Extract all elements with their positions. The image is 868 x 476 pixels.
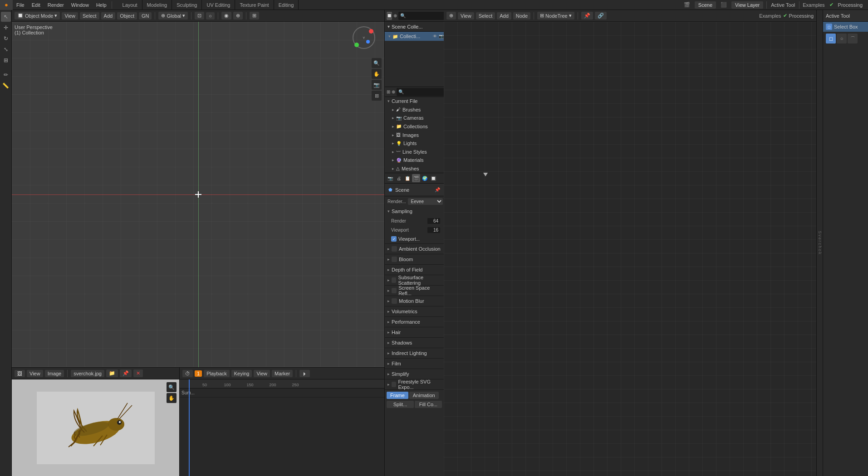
timeline-icon[interactable]: ⏱ [182, 370, 193, 377]
timeline-content[interactable]: 50 100 150 200 250 Sum... [180, 379, 384, 476]
xray-toggle[interactable]: ⊞ [250, 12, 259, 19]
node-editor-icon[interactable]: ⊕ [446, 12, 456, 19]
node-view-menu[interactable]: View [458, 12, 474, 19]
section-current-file[interactable]: ▾ Current File [385, 97, 444, 106]
shadows-header[interactable]: ▸ Shadows [385, 338, 444, 348]
scene-pin-icon[interactable]: 📌 [435, 187, 440, 192]
image-close-btn[interactable]: ✕ [133, 369, 143, 377]
tab-sculpting[interactable]: Sculpting [172, 0, 202, 10]
mb-header[interactable]: ▸ Motion Blur [385, 296, 444, 306]
add-menu[interactable]: Add [101, 12, 116, 19]
ao-header[interactable]: ▸ Ambient Occlusion [385, 244, 444, 254]
tab-editing[interactable]: Editing [274, 0, 299, 10]
object-icon-prop[interactable]: 🔲 [429, 174, 437, 182]
gn-menu[interactable]: GN [139, 12, 152, 19]
menu-edit[interactable]: Edit [28, 0, 44, 10]
tool-measure[interactable]: 📏 [1, 81, 11, 91]
section-materials[interactable]: ▸ 🔮 Materials [385, 156, 444, 165]
tool-rotate[interactable]: ↻ [1, 34, 11, 44]
film-header[interactable]: ▸ Film [385, 359, 444, 369]
simplify-header[interactable]: ▸ Simplify [385, 369, 444, 379]
dof-header[interactable]: ▸ Depth of Field [385, 265, 444, 275]
mode-selector[interactable]: 🔲 Object Mode ▾ [15, 12, 60, 19]
image-view-menu[interactable]: View [27, 370, 43, 377]
bloom-header[interactable]: ▸ Bloom [385, 254, 444, 264]
camera-btn[interactable]: 📷 [372, 80, 382, 90]
hair-header[interactable]: ▸ Hair [385, 327, 444, 337]
view-shading[interactable]: ◉ [221, 12, 231, 19]
transform-space[interactable]: ⊕ Global ▾ [158, 12, 188, 19]
render-samples-value[interactable]: 64 [427, 218, 440, 224]
section-cameras[interactable]: ▸ 📷 Cameras [385, 114, 444, 122]
tab-modeling[interactable]: Modeling [142, 0, 172, 10]
timeline-playhead[interactable] [189, 379, 190, 476]
frame-tab[interactable]: Frame [387, 392, 408, 399]
sss-checkbox[interactable] [392, 277, 396, 283]
tool-annotate[interactable]: ✏ [1, 70, 11, 80]
ssr-header[interactable]: ▸ Screen Space Refl... [385, 286, 444, 296]
ao-checkbox[interactable] [392, 246, 397, 252]
view-menu[interactable]: View [62, 12, 78, 19]
at-icon-lasso[interactable]: ⌒ [848, 34, 858, 44]
node-pin-btn[interactable]: 📌 [581, 12, 593, 19]
tool-scale[interactable]: ⤡ [1, 44, 11, 54]
at-icon-rect[interactable]: ◻ [826, 34, 836, 44]
node-snap-btn[interactable]: 🔗 [595, 12, 607, 19]
hand-tool-btn[interactable]: ✋ [372, 69, 382, 79]
freestyle-header[interactable]: ▸ Freestyle SVG Expo... [385, 379, 444, 389]
select-menu[interactable]: Select [80, 12, 99, 19]
vol-header[interactable]: ▸ Volumetrics [385, 306, 444, 316]
sss-header[interactable]: ▸ Subsurface Scattering [385, 275, 444, 285]
tab-layout[interactable]: Layout [118, 0, 142, 10]
freestyle-checkbox[interactable] [392, 382, 396, 387]
viewport-samples-value[interactable]: 16 [427, 227, 440, 233]
node-editor-content[interactable] [444, 22, 816, 476]
object-menu[interactable]: Object [117, 12, 137, 19]
marker-menu[interactable]: Marker [272, 370, 293, 377]
play-btn[interactable]: ⏵ [299, 370, 310, 377]
node-add-menu[interactable]: Add [497, 12, 511, 19]
split-btn[interactable]: Split... [387, 401, 414, 408]
il-header[interactable]: ▸ Indirect Lighting [385, 348, 444, 358]
grid-btn[interactable]: ⊞ [372, 91, 382, 101]
tab-texture-paint[interactable]: Texture Paint [235, 0, 274, 10]
outliner-type-icon[interactable]: ⊕ [393, 12, 397, 20]
section-meshes[interactable]: ▸ △ Meshes [385, 164, 444, 173]
collection-camera[interactable]: 📷 [439, 34, 444, 39]
world-icon[interactable]: 🌍 [421, 174, 429, 182]
tab-uv-editing[interactable]: UV Editing [202, 0, 235, 10]
image-pin-btn[interactable]: 📌 [120, 369, 132, 377]
proportional-edit[interactable]: ○ [206, 12, 215, 19]
bloom-checkbox[interactable] [392, 257, 397, 262]
node-type-selector[interactable]: ⊞ NodeTree ▾ [537, 12, 574, 19]
outliner-item-collection[interactable]: ▾ 📁 Collecti... 👁 📷 [385, 32, 444, 41]
node-select-menu[interactable]: Select [476, 12, 495, 19]
animation-tab[interactable]: Animation [409, 392, 439, 399]
viewport-overlays[interactable]: ⊕ [233, 12, 243, 19]
render-icon[interactable]: 📷 [386, 174, 394, 182]
view-layer-label[interactable]: View Layer [731, 1, 763, 9]
output-icon[interactable]: 🖨 [395, 174, 403, 182]
viewport-denoise-checkbox[interactable]: ✓ [391, 236, 397, 242]
section-brushes[interactable]: ▸ 🖌 Brushes [385, 106, 444, 114]
mb-checkbox[interactable] [392, 298, 397, 304]
tool-transform[interactable]: ⊞ [1, 55, 11, 65]
collection-visibility[interactable]: 👁 [433, 34, 437, 39]
scene-name[interactable]: Scene [695, 1, 716, 9]
section-line-styles[interactable]: ▸ 〰 Line Styles [385, 147, 444, 156]
viewlayer-icon[interactable]: 📋 [403, 174, 412, 182]
menu-render[interactable]: Render [44, 0, 68, 10]
menu-window[interactable]: Window [68, 0, 93, 10]
fill-co-btn[interactable]: Fill Co... [415, 401, 442, 408]
image-open-btn[interactable]: 📁 [106, 369, 118, 377]
db-icon1[interactable]: ⊞ [387, 88, 390, 96]
section-collections[interactable]: ▸ 📁 Collections [385, 122, 444, 131]
image-filename[interactable]: sverchok.jpg [71, 370, 104, 377]
snap-toggle[interactable]: ⊡ [195, 12, 204, 19]
playback-menu[interactable]: Playback [204, 370, 230, 377]
frame-number[interactable]: 1 [195, 370, 202, 377]
render-engine-select[interactable]: Eevee Cycles Workbench [408, 198, 443, 205]
select-box-item[interactable]: ◻ Select Box [823, 22, 868, 32]
section-images[interactable]: ▸ 🖼 Images [385, 131, 444, 139]
ssr-checkbox[interactable] [392, 288, 397, 293]
